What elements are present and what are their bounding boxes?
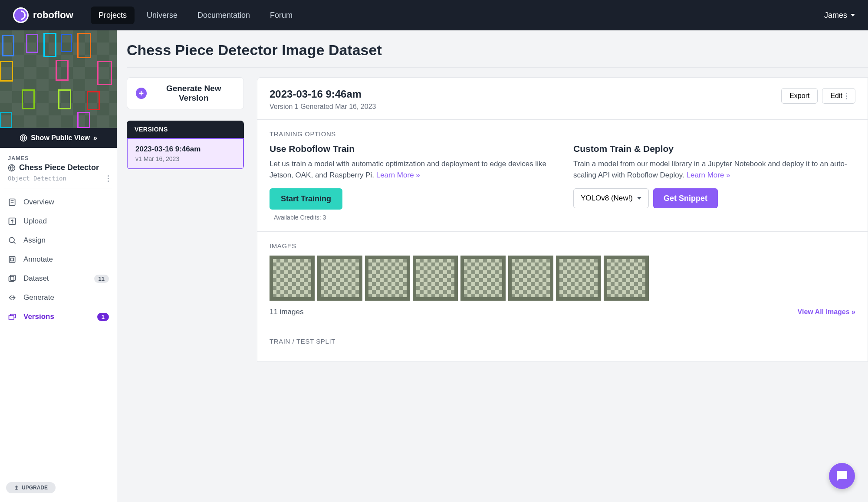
view-all-images-link[interactable]: View All Images »: [798, 308, 855, 316]
train-test-split-section: TRAIN / TEST SPLIT: [257, 327, 868, 362]
project-row: Chess Piece Detector: [0, 163, 117, 175]
versions-column: + Generate New Version VERSIONS 2023-03-…: [127, 77, 244, 362]
sidebar-item-annotate[interactable]: Annotate: [3, 250, 113, 269]
model-select[interactable]: YOLOv8 (New!): [573, 188, 649, 208]
chevron-down-icon: [851, 14, 855, 16]
nav-forum[interactable]: Forum: [262, 7, 300, 24]
bounding-box-icon: [8, 255, 16, 264]
sidebar: Show Public View » JAMES Chess Piece Det…: [0, 30, 117, 502]
model-select-value: YOLOv8 (New!): [581, 194, 633, 203]
show-public-view-button[interactable]: Show Public View »: [0, 128, 117, 148]
more-icon[interactable]: [108, 175, 109, 182]
roboflow-train-desc: Let us train a model with automatic opti…: [270, 158, 552, 180]
upload-arrow-icon: [14, 485, 19, 490]
image-thumb[interactable]: [317, 256, 362, 301]
images-label: IMAGES: [270, 242, 855, 249]
detail-header: 2023-03-16 9:46am Version 1 Generated Ma…: [257, 78, 868, 120]
owner-name: JAMES: [0, 148, 117, 163]
sidebar-item-label: Annotate: [23, 255, 53, 264]
sidebar-item-label: Upload: [23, 217, 47, 226]
sidebar-item-upload[interactable]: Upload: [3, 212, 113, 231]
nav-projects[interactable]: Projects: [91, 7, 135, 24]
globe-icon: [8, 164, 16, 172]
sidebar-item-overview[interactable]: Overview: [3, 193, 113, 212]
generate-new-version-button[interactable]: + Generate New Version: [127, 77, 244, 109]
chat-icon: [836, 470, 848, 482]
sidebar-item-label: Generate: [23, 293, 54, 302]
image-count: 11 images: [270, 308, 303, 316]
get-snippet-button[interactable]: Get Snippet: [653, 188, 718, 208]
search-icon: [8, 236, 16, 245]
training-options-label: TRAINING OPTIONS: [270, 130, 855, 138]
version-meta: v1 Mar 16, 2023: [135, 155, 235, 162]
start-training-button[interactable]: Start Training: [270, 188, 342, 210]
logo[interactable]: roboflow: [13, 7, 73, 23]
chevron-down-icon: [637, 197, 641, 200]
project-type-row: Object Detection: [0, 175, 117, 188]
sidebar-item-assign[interactable]: Assign: [3, 231, 113, 250]
image-thumb[interactable]: [460, 256, 506, 301]
svg-line-10: [13, 242, 15, 243]
sidebar-item-label: Overview: [23, 198, 54, 207]
sidebar-item-label: Dataset: [23, 274, 49, 283]
svg-rect-11: [9, 256, 15, 262]
sidebar-item-versions[interactable]: Versions 1: [3, 307, 113, 326]
image-thumb[interactable]: [556, 256, 601, 301]
folders-icon: [8, 312, 16, 321]
sidebar-nav: Overview Upload Assign Annotate Dataset: [0, 193, 117, 478]
versions-count-badge: 1: [97, 313, 109, 321]
dataset-count-badge: 11: [94, 275, 109, 283]
image-thumb[interactable]: [413, 256, 458, 301]
training-options-section: TRAINING OPTIONS Use Roboflow Train Let …: [257, 120, 868, 232]
detail-title: 2023-03-16 9:46am: [270, 88, 376, 100]
nav-user-menu[interactable]: James: [824, 11, 855, 20]
user-name: James: [824, 11, 847, 20]
version-date: 2023-03-16 9:46am: [135, 145, 235, 154]
detail-subtitle: Version 1 Generated Mar 16, 2023: [270, 103, 376, 111]
project-hero-image: [0, 30, 117, 128]
available-credits: Available Credits: 3: [274, 214, 552, 221]
document-icon: [8, 198, 16, 207]
versions-header: VERSIONS: [127, 121, 244, 138]
version-detail-panel: 2023-03-16 9:46am Version 1 Generated Ma…: [257, 77, 868, 362]
more-icon: [846, 93, 847, 99]
edit-button[interactable]: Edit: [822, 88, 855, 104]
content: Chess Piece Detector Image Dataset + Gen…: [117, 30, 868, 502]
image-thumb[interactable]: [508, 256, 553, 301]
project-name: Chess Piece Detector: [19, 163, 99, 172]
learn-more-link[interactable]: Learn More »: [376, 171, 420, 179]
images-section: IMAGES 11 images: [257, 232, 868, 327]
sidebar-item-label: Versions: [23, 312, 54, 321]
images-icon: [8, 274, 16, 283]
topnav: roboflow Projects Universe Documentation…: [0, 0, 868, 30]
globe-icon: [20, 134, 27, 142]
split-label: TRAIN / TEST SPLIT: [270, 338, 855, 345]
custom-train-desc: Train a model from our model library in …: [573, 158, 855, 180]
nav-universe[interactable]: Universe: [139, 7, 185, 24]
chevron-right-icon: »: [93, 134, 97, 142]
chat-fab[interactable]: [829, 463, 855, 489]
sidebar-item-dataset[interactable]: Dataset 11: [3, 269, 113, 288]
upgrade-label: UPGRADE: [22, 485, 48, 491]
nav-links: Projects Universe Documentation Forum: [91, 7, 300, 24]
project-type: Object Detection: [8, 175, 66, 182]
image-thumb[interactable]: [270, 256, 315, 301]
sidebar-item-label: Assign: [23, 236, 46, 245]
image-thumb[interactable]: [604, 256, 649, 301]
roboflow-train-title: Use Roboflow Train: [270, 144, 552, 154]
image-thumb[interactable]: [365, 256, 410, 301]
svg-point-9: [9, 237, 14, 243]
svg-rect-12: [11, 258, 14, 261]
learn-more-link[interactable]: Learn More »: [686, 171, 730, 179]
upgrade-button[interactable]: UPGRADE: [6, 482, 56, 493]
page-title: Chess Piece Detector Image Dataset: [127, 42, 868, 68]
sidebar-item-generate[interactable]: Generate: [3, 288, 113, 307]
versions-panel: VERSIONS 2023-03-16 9:46am v1 Mar 16, 20…: [127, 121, 244, 169]
plus-circle-icon: +: [136, 88, 147, 99]
nav-documentation[interactable]: Documentation: [190, 7, 258, 24]
public-view-label: Show Public View: [31, 134, 90, 142]
upload-icon: [8, 217, 16, 226]
version-card[interactable]: 2023-03-16 9:46am v1 Mar 16, 2023: [127, 138, 244, 169]
export-button[interactable]: Export: [781, 88, 818, 104]
generate-icon: [8, 293, 16, 302]
